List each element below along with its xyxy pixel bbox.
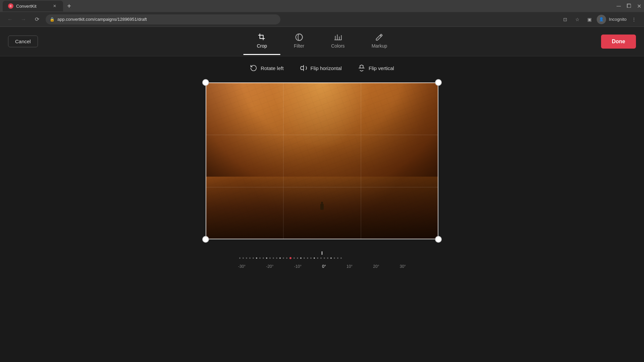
tab-markup[interactable]: Markup xyxy=(358,28,401,55)
flip-horizontal-button[interactable]: Flip horizontal xyxy=(300,64,342,72)
window-restore-icon[interactable]: ⧠ xyxy=(626,3,632,9)
browser-actions: ⊡ ☆ ▣ 👤 Incognito ⋮ xyxy=(560,15,639,24)
crop-handle-bottom-right[interactable] xyxy=(435,236,442,243)
tab-crop-label: Crop xyxy=(257,43,267,49)
rotation-label-zero: 0° xyxy=(322,264,326,269)
rotate-left-button[interactable]: Rotate left xyxy=(250,64,283,72)
flip-vertical-icon xyxy=(358,64,365,72)
crop-handle-top-right[interactable] xyxy=(435,79,442,86)
tool-tabs: Crop Filter Colors xyxy=(244,28,401,55)
reload-button[interactable]: ⟳ xyxy=(32,15,42,24)
tab-title: ConvertKit xyxy=(16,4,37,9)
rotate-left-icon xyxy=(250,64,257,72)
forward-button[interactable]: → xyxy=(19,15,28,24)
tab-colors[interactable]: Colors xyxy=(318,28,358,55)
flip-horizontal-label: Flip horizontal xyxy=(311,65,342,71)
tab-filter[interactable]: Filter xyxy=(280,28,318,55)
colors-icon xyxy=(334,33,342,41)
crop-icon xyxy=(258,33,266,41)
tab-colors-label: Colors xyxy=(331,43,344,49)
menu-icon[interactable]: ⋮ xyxy=(629,15,639,24)
slider-dots-row xyxy=(238,255,406,261)
url-bar[interactable]: 🔒 app.convertkit.com/campaigns/12896951/… xyxy=(46,14,280,24)
back-button[interactable]: ← xyxy=(5,15,15,24)
new-tab-button[interactable]: + xyxy=(64,1,74,11)
tab-bar: C ConvertKit ✕ + ─ ⧠ ✕ xyxy=(0,0,644,12)
crop-handle-bottom-left[interactable] xyxy=(202,236,209,243)
tab-close-button[interactable]: ✕ xyxy=(52,3,58,9)
done-button[interactable]: Done xyxy=(601,35,636,49)
bookmark-icon[interactable]: ☆ xyxy=(573,15,582,24)
filter-icon xyxy=(295,33,303,41)
markup-icon xyxy=(375,33,383,41)
flip-horizontal-icon xyxy=(300,64,307,72)
rotate-left-label: Rotate left xyxy=(261,65,283,71)
browser-chrome: C ConvertKit ✕ + ─ ⧠ ✕ ← → ⟳ 🔒 app.conve… xyxy=(0,0,644,27)
incognito-label: Incognito xyxy=(609,17,627,22)
lock-icon: 🔒 xyxy=(50,17,55,22)
cast-icon[interactable]: ⊡ xyxy=(560,15,570,24)
transform-controls: Rotate left Flip horizontal Flip vertica… xyxy=(250,64,394,72)
address-bar: ← → ⟳ 🔒 app.convertkit.com/campaigns/128… xyxy=(0,12,644,27)
active-tab[interactable]: C ConvertKit ✕ xyxy=(3,1,63,11)
rotation-slider[interactable]: -30° -20° -10° 0° 10° 20° 30° xyxy=(238,251,406,269)
rotation-label-neg30: -30° xyxy=(238,264,246,269)
side-panel-icon[interactable]: ▣ xyxy=(585,15,594,24)
crop-handle-top-left[interactable] xyxy=(202,79,209,86)
person-silhouette xyxy=(319,202,325,213)
crop-container xyxy=(206,82,438,239)
tab-filter-label: Filter xyxy=(294,43,304,49)
flip-vertical-label: Flip vertical xyxy=(369,65,394,71)
window-close-icon[interactable]: ✕ xyxy=(637,3,641,9)
rotation-label-neg10: -10° xyxy=(294,264,302,269)
rotation-label-pos20: 20° xyxy=(373,264,379,269)
edit-area: Rotate left Flip horizontal Flip vertica… xyxy=(0,56,644,349)
profile-button[interactable]: 👤 xyxy=(597,15,606,24)
window-minimize-icon[interactable]: ─ xyxy=(616,3,621,10)
tab-favicon: C xyxy=(8,3,13,9)
rotation-label-pos30: 30° xyxy=(400,264,406,269)
cancel-button[interactable]: Cancel xyxy=(8,36,38,47)
app-container: Cancel Crop Filter xyxy=(0,27,644,349)
url-text: app.convertkit.com/campaigns/12896951/dr… xyxy=(57,17,147,22)
tab-markup-label: Markup xyxy=(372,43,387,49)
rotation-label-neg20: -20° xyxy=(266,264,273,269)
rotation-label-pos10: 10° xyxy=(346,264,353,269)
flip-vertical-button[interactable]: Flip vertical xyxy=(358,64,394,72)
rotation-labels: -30° -20° -10° 0° 10° 20° 30° xyxy=(238,264,406,269)
crop-image xyxy=(206,82,438,239)
tab-crop[interactable]: Crop xyxy=(244,28,280,55)
toolbar: Cancel Crop Filter xyxy=(0,27,644,56)
